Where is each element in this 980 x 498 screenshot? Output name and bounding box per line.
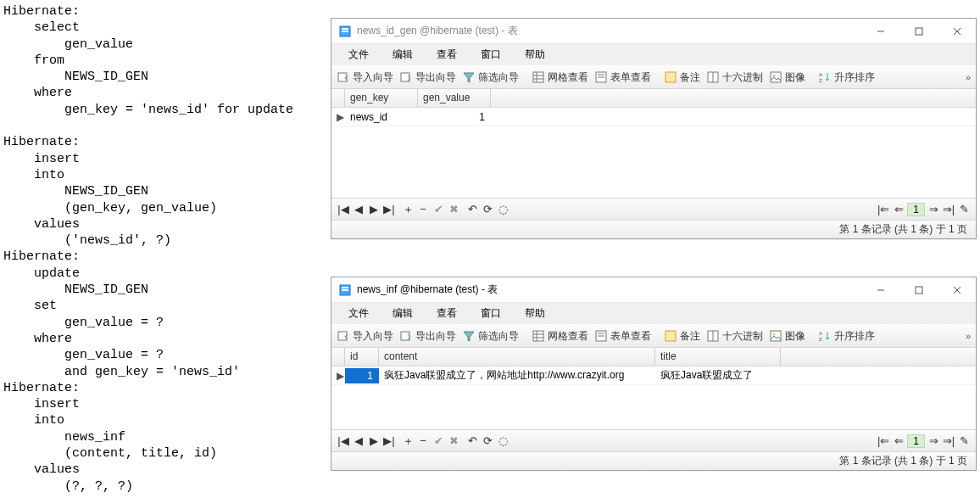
close-button[interactable]	[938, 20, 976, 43]
form-view-button[interactable]: 表单查看	[593, 69, 655, 87]
row-indicator-header	[331, 348, 345, 366]
filter-wizard-button[interactable]: 筛选向导	[460, 69, 523, 87]
svg-text:Z: Z	[819, 337, 822, 342]
menu-view[interactable]: 查看	[425, 45, 469, 64]
export-wizard-button[interactable]: 导出向导	[398, 69, 460, 87]
table-row[interactable]: ▶ 1 疯狂Java联盟成立了，网站地址http://www.crazyit.o…	[331, 367, 976, 385]
label: 筛选向导	[478, 70, 519, 85]
last-page-button[interactable]: ⇒|	[942, 434, 955, 448]
svg-rect-39	[665, 331, 676, 341]
menu-help[interactable]: 帮助	[513, 45, 557, 64]
titlebar[interactable]: news_id_gen @hibernate (test) - 表	[331, 19, 976, 44]
import-wizard-button[interactable]: 导入向导	[335, 327, 398, 345]
prev-record-button[interactable]: ◀	[352, 203, 365, 216]
minimize-button[interactable]	[861, 20, 899, 43]
stop-button[interactable]: ◌	[496, 203, 509, 216]
svg-text:Z: Z	[819, 78, 822, 83]
menu-file[interactable]: 文件	[337, 45, 381, 64]
grid-header: id content title	[331, 348, 976, 367]
titlebar[interactable]: news_inf @hibernate (test) - 表	[331, 277, 976, 303]
last-page-button[interactable]: ⇒|	[942, 203, 955, 216]
minimize-button[interactable]	[861, 278, 899, 302]
col-gen-value[interactable]: gen_value	[418, 89, 491, 107]
cell-title[interactable]: 疯狂Java联盟成立了	[655, 367, 781, 384]
toolbar-overflow-icon[interactable]: »	[966, 72, 971, 82]
add-record-button[interactable]: ＋	[401, 203, 415, 216]
refresh-button[interactable]: ⟳	[481, 203, 494, 216]
page-number[interactable]: 1	[907, 203, 925, 216]
settings-icon[interactable]: ✎	[957, 434, 971, 448]
delete-record-button[interactable]: −	[416, 203, 430, 216]
toolbar-overflow-icon[interactable]: »	[966, 331, 971, 341]
close-button[interactable]	[938, 278, 976, 302]
commit-button[interactable]: ✔	[432, 203, 445, 216]
hex-button[interactable]: 十六进制	[704, 69, 767, 87]
import-wizard-button[interactable]: 导入向导	[335, 69, 398, 87]
window-news-inf: news_inf @hibernate (test) - 表 文件 编辑 查看 …	[331, 277, 977, 471]
delete-record-button[interactable]: −	[416, 434, 430, 448]
label: 表单查看	[610, 70, 651, 85]
last-record-button[interactable]: ▶|	[382, 203, 396, 216]
sort-asc-button[interactable]: AZ升序排序	[816, 327, 879, 345]
data-grid[interactable]: gen_key gen_value ▶ news_id 1	[331, 89, 976, 198]
col-title[interactable]: title	[655, 348, 781, 366]
menu-file[interactable]: 文件	[337, 304, 381, 323]
menu-edit[interactable]: 编辑	[381, 304, 425, 323]
status-text: 第 1 条记录 (共 1 条) 于 1 页	[839, 454, 967, 468]
prev-page-button[interactable]: ⇐	[892, 434, 905, 448]
label: 图像	[785, 70, 805, 85]
menu-view[interactable]: 查看	[425, 304, 469, 323]
image-button[interactable]: 图像	[767, 327, 810, 345]
svg-rect-25	[342, 289, 348, 291]
menu-edit[interactable]: 编辑	[381, 45, 425, 64]
first-record-button[interactable]: |◀	[337, 434, 350, 448]
first-page-button[interactable]: |⇐	[877, 434, 890, 448]
commit-button[interactable]: ✔	[432, 434, 445, 448]
last-record-button[interactable]: ▶|	[382, 434, 396, 448]
refresh-button[interactable]: ⟳	[481, 434, 494, 448]
sort-asc-button[interactable]: AZ升序排序	[816, 69, 879, 87]
add-record-button[interactable]: ＋	[401, 434, 415, 448]
memo-button[interactable]: 备注	[662, 69, 704, 87]
col-id[interactable]: id	[345, 348, 379, 366]
menu-help[interactable]: 帮助	[513, 304, 557, 323]
image-button[interactable]: 图像	[767, 69, 810, 87]
undo-button[interactable]: ↶	[465, 203, 479, 216]
settings-icon[interactable]: ✎	[957, 203, 971, 216]
filter-wizard-button[interactable]: 筛选向导	[460, 327, 523, 345]
data-grid[interactable]: id content title ▶ 1 疯狂Java联盟成立了，网站地址htt…	[331, 348, 976, 429]
cell-content[interactable]: 疯狂Java联盟成立了，网站地址http://www.crazyit.org	[379, 367, 655, 384]
menu-window[interactable]: 窗口	[469, 304, 513, 323]
next-page-button[interactable]: ⇒	[927, 434, 940, 448]
memo-button[interactable]: 备注	[662, 327, 704, 345]
menu-window[interactable]: 窗口	[469, 45, 513, 64]
export-wizard-button[interactable]: 导出向导	[398, 327, 460, 345]
cell-gen-value[interactable]: 1	[418, 109, 491, 125]
maximize-button[interactable]	[899, 20, 938, 43]
col-content[interactable]: content	[379, 348, 655, 366]
hex-button[interactable]: 十六进制	[704, 327, 767, 345]
code-output: Hibernate: select gen_value from NEWS_ID…	[3, 3, 326, 495]
stop-button[interactable]: ◌	[496, 434, 509, 448]
sort-asc-icon: AZ	[818, 70, 832, 84]
col-gen-key[interactable]: gen_key	[345, 89, 418, 107]
prev-record-button[interactable]: ◀	[352, 434, 365, 448]
cell-id[interactable]: 1	[345, 368, 379, 383]
form-view-button[interactable]: 表单查看	[593, 327, 655, 345]
filter-icon	[462, 329, 476, 343]
cell-gen-key[interactable]: news_id	[345, 109, 418, 125]
play-button[interactable]: ▶	[367, 203, 381, 216]
play-button[interactable]: ▶	[367, 434, 381, 448]
page-number[interactable]: 1	[907, 434, 925, 448]
grid-view-button[interactable]: 网格查看	[530, 69, 593, 87]
cancel-edit-button[interactable]: ✖	[447, 434, 460, 448]
cancel-edit-button[interactable]: ✖	[447, 203, 460, 216]
undo-button[interactable]: ↶	[465, 434, 479, 448]
next-page-button[interactable]: ⇒	[927, 203, 940, 216]
maximize-button[interactable]	[899, 278, 938, 302]
table-row[interactable]: ▶ news_id 1	[331, 108, 976, 126]
grid-view-button[interactable]: 网格查看	[530, 327, 593, 345]
first-page-button[interactable]: |⇐	[877, 203, 890, 216]
prev-page-button[interactable]: ⇐	[892, 203, 905, 216]
first-record-button[interactable]: |◀	[337, 203, 350, 216]
